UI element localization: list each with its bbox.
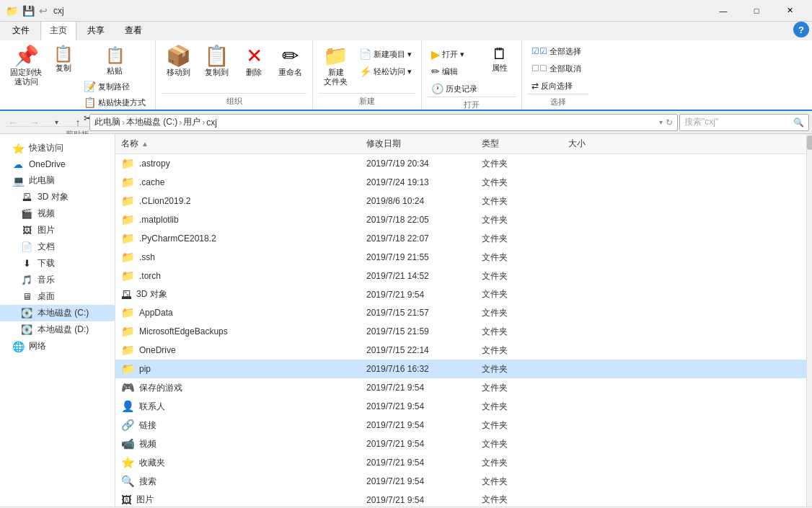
file-type: 文件夹: [476, 194, 562, 209]
help-button[interactable]: ?: [793, 22, 809, 37]
file-row[interactable]: 📁 .torch 2019/7/21 14:52 文件夹: [115, 267, 806, 285]
refresh-button[interactable]: ↻: [666, 117, 673, 128]
file-size: [562, 275, 635, 277]
select-all-button[interactable]: ☑☑ 全部选择: [528, 43, 585, 59]
file-row[interactable]: 📁 .PyCharmCE2018.2 2019/7/18 22:07 文件夹: [115, 229, 806, 248]
file-type: 文件夹: [476, 418, 562, 433]
paste-shortcut-button[interactable]: 📋粘贴快捷方式: [80, 94, 149, 110]
paste-button[interactable]: 📋 粘贴: [80, 43, 149, 79]
properties-button[interactable]: 🗒 属性: [484, 43, 516, 76]
scrollbar[interactable]: [806, 134, 812, 507]
select-label: 选择: [528, 94, 588, 110]
navigation-toolbar: ← → ▾ ↑ 此电脑 › 本地磁盘 (C:) › 用户 › cxj ▾ ↻ 搜…: [0, 111, 812, 134]
new-folder-button[interactable]: 📁 新建文件夹: [319, 43, 353, 89]
copy-path-button[interactable]: 📝复制路径: [80, 79, 149, 94]
ribbon-group-organize: 📦 移动到 📋 复制到 ✕ 删除 ✏ 重命名 组织: [156, 40, 313, 110]
sidebar-item-quick-access[interactable]: ⭐ 快速访问: [0, 140, 115, 156]
copy-to-button[interactable]: 📋 复制到: [200, 43, 234, 80]
file-date: 2019/7/19 20:34: [361, 157, 476, 170]
file-row[interactable]: 📁 .CLion2019.2 2019/8/6 10:24 文件夹: [115, 192, 806, 210]
recent-button[interactable]: ▾: [46, 113, 66, 132]
file-name: 📁 .cache: [115, 174, 361, 190]
file-row[interactable]: 📁 .cache 2019/7/24 19:13 文件夹: [115, 173, 806, 192]
maximize-button[interactable]: □: [740, 0, 773, 22]
tab-file[interactable]: 文件: [3, 21, 39, 40]
file-row[interactable]: 📁 .astropy 2019/7/19 20:34 文件夹: [115, 154, 806, 173]
file-row[interactable]: 📹 视频 2019/7/21 9:54 文件夹: [115, 435, 806, 453]
file-row[interactable]: 📁 .matplotlib 2019/7/18 22:05 文件夹: [115, 210, 806, 229]
sidebar-item-network[interactable]: 🌐 网络: [0, 338, 115, 355]
window-controls: — □ ✕: [707, 0, 806, 22]
sidebar-item-this-pc[interactable]: 💻 此电脑: [0, 172, 115, 189]
file-row[interactable]: 🗳 3D 对象 2019/7/21 9:54 文件夹: [115, 285, 806, 303]
select-none-button[interactable]: ☐☐ 全部取消: [528, 61, 585, 76]
sidebar-item-music[interactable]: 🎵 音乐: [0, 272, 115, 288]
file-size: [562, 162, 635, 165]
search-bar[interactable]: 搜索"cxj" 🔍: [679, 114, 809, 131]
file-size: [562, 424, 635, 427]
column-name-header[interactable]: 名称 ▲: [115, 135, 361, 152]
pin-to-quick-access-button[interactable]: 📌 固定到快速访问: [6, 43, 46, 89]
sidebar-item-local-disk-d[interactable]: 💽 本地磁盘 (D:): [0, 321, 115, 338]
file-type: 文件夹: [476, 175, 562, 190]
back-button[interactable]: ←: [3, 113, 23, 132]
file-row[interactable]: 🔗 链接 2019/7/21 9:54 文件夹: [115, 416, 806, 435]
file-row[interactable]: 📁 MicrosoftEdgeBackups 2019/7/15 21:59 文…: [115, 322, 806, 341]
column-type-header[interactable]: 类型: [476, 135, 562, 152]
column-size-header[interactable]: 大小: [562, 135, 635, 152]
file-size: [562, 386, 635, 389]
file-date: 2019/7/18 22:07: [361, 232, 476, 245]
file-row[interactable]: 🔍 搜索 2019/7/21 9:54 文件夹: [115, 472, 806, 491]
tab-view[interactable]: 查看: [115, 21, 151, 40]
scrollbar-thumb[interactable]: [807, 135, 812, 150]
address-bar[interactable]: 此电脑 › 本地磁盘 (C:) › 用户 › cxj ▾ ↻: [89, 114, 678, 131]
file-row[interactable]: 🖼 图片 2019/7/21 9:54 文件夹: [115, 491, 806, 507]
rename-button[interactable]: ✏ 重命名: [274, 43, 306, 80]
file-row[interactable]: 📁 .ssh 2019/7/19 21:55 文件夹: [115, 248, 806, 267]
open-button[interactable]: ▶ 打开 ▾: [428, 46, 468, 62]
forward-button[interactable]: →: [25, 113, 45, 132]
file-date: 2019/7/19 21:55: [361, 251, 476, 264]
file-row[interactable]: 📁 OneDrive 2019/7/15 22:14 文件夹: [115, 341, 806, 360]
sidebar-item-onedrive[interactable]: ☁ OneDrive: [0, 156, 115, 172]
file-name: 🎮 保存的游戏: [115, 380, 361, 396]
up-button[interactable]: ↑: [68, 113, 88, 132]
sidebar-item-pictures[interactable]: 🖼 图片: [0, 222, 115, 239]
title-bar-icons: 📁 💾 ↩: [6, 5, 48, 17]
sidebar-item-local-disk-c[interactable]: 💽 本地磁盘 (C:): [0, 305, 115, 321]
new-item-button[interactable]: 📄新建项目 ▾: [356, 46, 415, 62]
invert-selection-button[interactable]: ⇄ 反向选择: [528, 78, 576, 94]
file-row[interactable]: 📁 AppData 2019/7/15 21:57 文件夹: [115, 303, 806, 322]
address-dropdown-button[interactable]: ▾: [659, 118, 663, 126]
column-date-header[interactable]: 修改日期: [361, 135, 476, 152]
tab-share[interactable]: 共享: [78, 21, 114, 40]
file-name: 📁 AppData: [115, 305, 361, 321]
tab-home[interactable]: 主页: [40, 21, 76, 40]
file-date: 2019/7/21 9:54: [361, 288, 476, 301]
file-row[interactable]: 👤 联系人 2019/7/21 9:54 文件夹: [115, 397, 806, 416]
file-row[interactable]: 📁 pip 2019/7/16 16:32 文件夹: [115, 360, 806, 378]
file-size: [562, 499, 635, 502]
sidebar-item-documents[interactable]: 📄 文档: [0, 239, 115, 255]
file-type: 文件夹: [476, 455, 562, 471]
videos-icon: 🎬: [20, 208, 33, 219]
copy-button[interactable]: 📋 复制: [49, 43, 77, 76]
file-size: [562, 311, 635, 314]
sidebar-item-3d-objects[interactable]: 🗳 3D 对象: [0, 189, 115, 205]
minimize-button[interactable]: —: [707, 0, 740, 22]
file-list-header: 名称 ▲ 修改日期 类型 大小: [115, 134, 806, 154]
file-row[interactable]: 🎮 保存的游戏 2019/7/21 9:54 文件夹: [115, 378, 806, 397]
file-row[interactable]: ⭐ 收藏夹 2019/7/21 9:54 文件夹: [115, 453, 806, 472]
delete-button[interactable]: ✕ 删除: [238, 43, 270, 80]
edit-button[interactable]: ✏编辑: [428, 63, 462, 79]
sidebar-item-downloads[interactable]: ⬇ 下载: [0, 255, 115, 272]
close-button[interactable]: ✕: [773, 0, 806, 22]
file-name: 📁 .torch: [115, 268, 361, 284]
sidebar-item-desktop[interactable]: 🖥 桌面: [0, 288, 115, 305]
history-button[interactable]: 🕐历史记录: [428, 81, 481, 97]
easy-access-button[interactable]: ⚡轻松访问 ▾: [356, 63, 415, 79]
file-name: 🔍 搜索: [115, 473, 361, 489]
move-to-button[interactable]: 📦 移动到: [162, 43, 195, 80]
file-name: 🗳 3D 对象: [115, 287, 361, 302]
sidebar-item-videos[interactable]: 🎬 视频: [0, 205, 115, 222]
